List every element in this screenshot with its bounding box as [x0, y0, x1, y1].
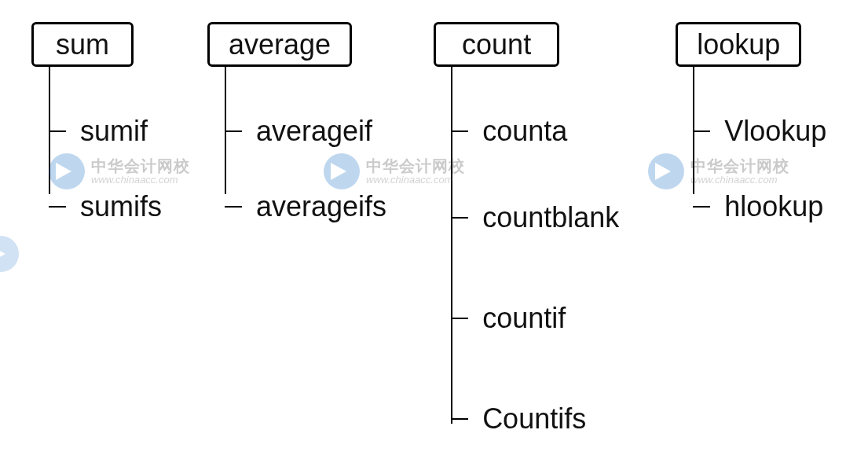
group-count: count counta countblank countif Count: [434, 22, 619, 439]
child-sumifs: sumifs: [49, 186, 162, 227]
child-label: sumifs: [80, 193, 162, 221]
child-countifs: Countifs: [451, 399, 619, 439]
child-vlookup: Vlookup: [693, 111, 826, 152]
children-lookup: Vlookup hlookup: [693, 67, 826, 227]
child-sumif: sumif: [49, 111, 162, 152]
diagram-row: sum sumif sumifs average averag: [0, 0, 868, 439]
child-averageif: averageif: [225, 111, 386, 152]
children-sum: sumif sumifs: [49, 67, 162, 227]
child-label: hlookup: [724, 193, 823, 221]
child-label: Countifs: [482, 405, 586, 433]
branch-tick: [49, 130, 66, 132]
child-label: counta: [482, 117, 567, 145]
branch-tick: [451, 217, 468, 219]
group-sum: sum sumif sumifs: [31, 22, 162, 227]
child-countif: countif: [451, 298, 619, 339]
branch-tick: [693, 206, 710, 208]
branch-tick: [451, 130, 468, 132]
child-label: sumif: [80, 117, 148, 145]
root-count: count: [434, 22, 559, 67]
root-average: average: [207, 22, 352, 67]
child-averageifs: averageifs: [225, 186, 386, 227]
branch-tick: [225, 206, 242, 208]
child-hlookup: hlookup: [693, 186, 826, 227]
diagram-canvas: sum sumif sumifs average averag: [0, 0, 868, 463]
branch-tick: [49, 206, 66, 208]
children-average: averageif averageifs: [225, 67, 386, 227]
root-sum: sum: [31, 22, 134, 67]
children-count: counta countblank countif Countifs: [451, 67, 619, 439]
group-lookup: lookup Vlookup hlookup: [676, 22, 826, 227]
group-average: average averageif averageifs: [207, 22, 386, 227]
child-label: countblank: [482, 204, 619, 232]
child-label: countif: [482, 304, 566, 333]
child-label: averageif: [256, 117, 372, 145]
child-counta: counta: [451, 111, 619, 152]
branch-tick: [225, 130, 242, 132]
branch-tick: [693, 130, 710, 132]
child-label: Vlookup: [724, 117, 826, 145]
child-countblank: countblank: [451, 197, 619, 238]
branch-tick: [451, 418, 468, 420]
branch-tick: [451, 318, 468, 319]
child-label: averageifs: [256, 193, 386, 221]
root-lookup: lookup: [676, 22, 801, 67]
